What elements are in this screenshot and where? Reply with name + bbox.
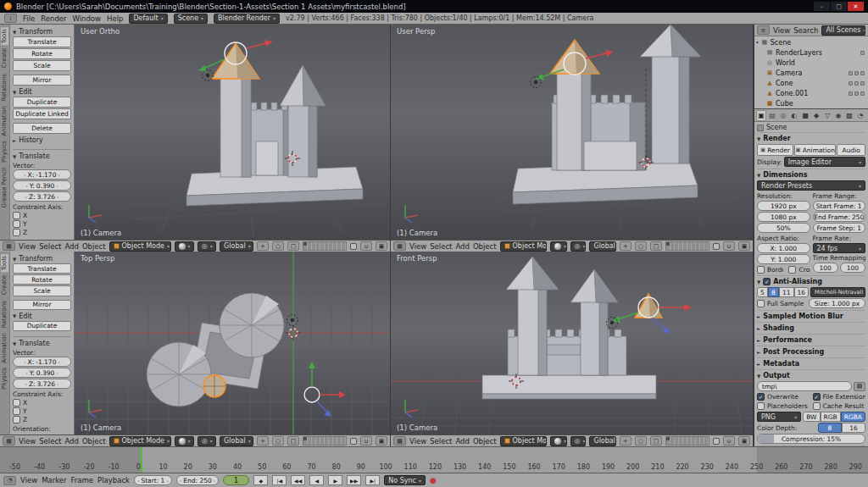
decrement-icon[interactable]: ‹: [25, 381, 27, 387]
cache-result-checkbox[interactable]: Cache Result: [813, 402, 866, 410]
manipulator-scale-icon[interactable]: □: [287, 241, 299, 251]
lock-icon[interactable]: [350, 243, 357, 250]
renderability-icon[interactable]: [860, 71, 865, 75]
panel-header-operator[interactable]: ▼Translate: [13, 152, 71, 160]
aa-samples-5-button[interactable]: 5: [757, 287, 768, 297]
layers-widget[interactable]: [665, 436, 709, 445]
menu-file[interactable]: File: [23, 14, 35, 23]
lock-icon[interactable]: [713, 243, 720, 250]
constraint-z-checkbox[interactable]: Z: [13, 416, 71, 423]
layers-widget[interactable]: [303, 241, 347, 251]
tool-tab-tools[interactable]: Tools: [1, 27, 8, 45]
aspect-y-field[interactable]: Y: 1.000: [757, 254, 810, 264]
snap-magnet-icon[interactable]: ∪: [723, 436, 735, 445]
layers-widget[interactable]: [303, 436, 347, 445]
aa-enabled-checkbox[interactable]: ✓: [763, 278, 771, 285]
current-frame-field[interactable]: 1: [223, 475, 249, 485]
maximize-button[interactable]: □: [831, 2, 847, 11]
timeline-menu-marker[interactable]: Marker: [42, 476, 66, 484]
resolution-x-field[interactable]: 1920 px: [757, 201, 810, 211]
vector-x-field[interactable]: ‹X:-1.170›: [13, 357, 71, 367]
aspect-x-field[interactable]: X: 1.000: [757, 243, 810, 253]
outliner-row-cone-001[interactable]: ▲Cone.001: [756, 88, 866, 98]
rotate-button[interactable]: Rotate: [13, 274, 71, 285]
viewport-3d-bottom-right[interactable]: Front Persp (1) Camera: [391, 252, 753, 434]
editor-type-3dview-icon[interactable]: ▦: [3, 241, 15, 251]
snap-magnet-icon[interactable]: ∪: [360, 436, 372, 445]
viewport-menu-select[interactable]: Select: [430, 437, 452, 445]
keying-set-icon[interactable]: ◆: [253, 475, 268, 485]
constraint-y-checkbox[interactable]: Y: [13, 220, 71, 228]
outliner-row-renderlayers[interactable]: ▤RenderLayers: [756, 47, 866, 58]
decrement-icon[interactable]: ‹: [24, 172, 25, 178]
transform-orientation-dropdown[interactable]: Global▾: [589, 436, 616, 446]
panel-header-render[interactable]: ▼Render: [757, 134, 865, 143]
panel-header-performance[interactable]: ►Performance: [757, 335, 865, 345]
overwrite-checkbox[interactable]: ✓Overwrite: [757, 393, 810, 401]
output-path-field[interactable]: tmp\: [757, 381, 852, 391]
castle-model[interactable]: [186, 65, 363, 206]
manipulator-translate-icon[interactable]: +: [257, 436, 269, 445]
render-presets-dropdown[interactable]: Render Presets▾: [757, 180, 865, 191]
depth-16-button[interactable]: 16: [842, 423, 865, 433]
increment-icon[interactable]: ›: [58, 359, 59, 365]
duplicate-button[interactable]: Duplicate: [13, 321, 71, 331]
viewport-3d-top-left[interactable]: User Ortho (1) Camera: [75, 25, 390, 240]
aa-samples-11-button[interactable]: 11: [779, 287, 794, 297]
decrement-icon[interactable]: ‹: [25, 370, 27, 376]
manipulator-translate-icon[interactable]: +: [620, 436, 632, 445]
viewport-menu-select[interactable]: Select: [430, 242, 452, 251]
editor-type-timeline-icon[interactable]: ◔: [3, 476, 16, 485]
tool-tab-create[interactable]: Create: [1, 47, 8, 69]
record-icon[interactable]: ●: [430, 476, 437, 484]
viewport-menu-object[interactable]: Object: [82, 242, 106, 251]
viewport-menu-view[interactable]: View: [409, 437, 426, 445]
snap-magnet-icon[interactable]: ∪: [360, 241, 372, 251]
panel-header-history[interactable]: ►History: [13, 136, 71, 144]
increment-icon[interactable]: ›: [166, 478, 168, 484]
sync-dropdown[interactable]: No Sync▾: [384, 475, 426, 485]
panel-header-edit[interactable]: ▼Edit: [13, 88, 71, 96]
jump-to-end-button[interactable]: ▶|: [365, 475, 380, 485]
placeholders-checkbox[interactable]: Placeholders: [757, 402, 810, 410]
manipulator-rotate-icon[interactable]: ○: [272, 241, 284, 251]
duplicate-linked-button[interactable]: Duplicate Linked: [13, 108, 71, 119]
visibility-icon[interactable]: [849, 71, 853, 75]
end-frame-field[interactable]: End Frame: 250: [813, 212, 866, 222]
menu-help[interactable]: Help: [107, 14, 123, 23]
audio-button[interactable]: Audio: [837, 144, 865, 156]
mode-dropdown[interactable]: Object Mode▾: [109, 436, 171, 446]
tool-tab-create[interactable]: Create: [1, 274, 8, 296]
viewport-menu-add[interactable]: Add: [64, 242, 78, 251]
increment-icon[interactable]: ›: [56, 370, 58, 376]
delete-button[interactable]: Delete: [13, 123, 71, 134]
menu-window[interactable]: Window: [73, 14, 102, 23]
tab-physics-icon[interactable]: ◔: [855, 110, 865, 121]
snap-magnet-icon[interactable]: ∪: [723, 241, 735, 251]
bw-button[interactable]: BW: [803, 412, 820, 422]
panel-header-shading[interactable]: ►Shading: [757, 324, 865, 333]
constraint-x-checkbox[interactable]: X: [13, 399, 71, 407]
time-remap-old-field[interactable]: 100: [813, 263, 838, 273]
previous-keyframe-button[interactable]: ◀◀: [291, 475, 305, 485]
transform-orientation-dropdown[interactable]: Global▾: [220, 436, 253, 446]
increment-icon[interactable]: ›: [56, 183, 58, 189]
increment-icon[interactable]: ›: [58, 172, 59, 178]
crop-checkbox[interactable]: Crop: [788, 266, 810, 274]
viewport-menu-object[interactable]: Object: [82, 437, 106, 445]
tab-scene-icon[interactable]: ◎: [778, 110, 788, 121]
pivot-dropdown[interactable]: ◎▾: [570, 241, 587, 252]
transform-manipulator[interactable]: [304, 362, 346, 417]
manipulator-rotate-icon[interactable]: ○: [635, 436, 647, 445]
outliner-row-cube[interactable]: ■Cube: [756, 98, 866, 108]
tool-tab-physics[interactable]: Physics: [1, 366, 8, 391]
tab-object-icon[interactable]: ■: [800, 110, 810, 121]
viewport-menu-select[interactable]: Select: [39, 437, 61, 445]
resolution-y-field[interactable]: 1080 px: [757, 212, 810, 222]
viewport-shading-dropdown[interactable]: ▾: [550, 436, 567, 446]
selectability-icon[interactable]: [854, 81, 859, 86]
editor-type-outliner-icon[interactable]: ≡: [757, 25, 770, 35]
decrement-icon[interactable]: ‹: [24, 359, 25, 365]
frame-step-field[interactable]: Frame Step: 1: [813, 223, 866, 233]
selectability-icon[interactable]: [854, 91, 859, 96]
